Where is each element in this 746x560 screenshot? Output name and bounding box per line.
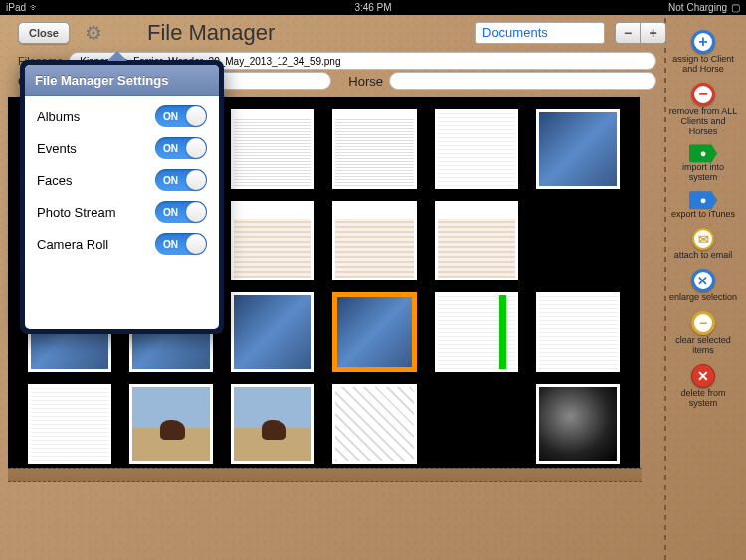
assign-label: assign to Client and Horse bbox=[667, 55, 739, 75]
horse-label: Horse bbox=[337, 74, 383, 89]
toggle-albums[interactable]: ON bbox=[155, 105, 207, 127]
setting-row-cameraroll: Camera Roll ON bbox=[25, 228, 219, 260]
leather-strip bbox=[8, 468, 642, 482]
assign-action[interactable]: + assign to Client and Horse bbox=[667, 30, 739, 75]
remove-action[interactable]: − remove from ALL Clients and Horses bbox=[667, 83, 739, 137]
delete-icon: ✕ bbox=[691, 364, 715, 388]
setting-label: Events bbox=[37, 141, 77, 156]
battery-icon: ▢ bbox=[731, 2, 740, 13]
close-button[interactable]: Close bbox=[18, 22, 70, 44]
zoom-out-button[interactable]: − bbox=[615, 22, 641, 44]
setting-label: Photo Stream bbox=[37, 205, 116, 220]
thumbnail[interactable] bbox=[536, 109, 620, 189]
status-bar: iPad ᯤ 3:46 PM Not Charging ▢ bbox=[0, 0, 746, 15]
top-toolbar: Close ⚙ File Manager Documents − + bbox=[18, 18, 666, 48]
thumbnail[interactable] bbox=[129, 384, 213, 464]
clear-action[interactable]: − clear selected items bbox=[667, 311, 739, 356]
export-label: export to iTunes bbox=[671, 210, 735, 220]
clear-label: clear selected items bbox=[667, 336, 739, 356]
popover-body: Albums ON Events ON Faces ON Photo Strea… bbox=[25, 96, 219, 329]
toggle-photostream[interactable]: ON bbox=[155, 201, 207, 223]
action-panel: + assign to Client and Horse − remove fr… bbox=[666, 30, 740, 408]
thumbnail-selected[interactable] bbox=[332, 292, 416, 372]
thumbnail[interactable] bbox=[231, 292, 314, 372]
thumbnail[interactable] bbox=[231, 109, 314, 189]
thumbnail[interactable] bbox=[536, 384, 620, 464]
delete-label: delete from system bbox=[667, 389, 739, 409]
export-tag-icon: ● bbox=[689, 191, 717, 209]
category-dropdown[interactable]: Documents bbox=[475, 22, 605, 44]
thumbnail[interactable] bbox=[332, 109, 416, 189]
setting-row-albums: Albums ON bbox=[25, 100, 219, 132]
thumbnail[interactable] bbox=[332, 201, 416, 280]
setting-label: Faces bbox=[37, 173, 72, 188]
carrier-label: iPad bbox=[6, 2, 26, 13]
setting-label: Camera Roll bbox=[37, 237, 108, 252]
enlarge-action[interactable]: ✕ enlarge selection bbox=[669, 269, 737, 303]
zoom-in-button[interactable]: + bbox=[641, 22, 666, 44]
toggle-events[interactable]: ON bbox=[155, 137, 207, 159]
remove-label: remove from ALL Clients and Horses bbox=[667, 107, 739, 137]
wifi-icon: ᯤ bbox=[30, 2, 40, 13]
plus-circle-icon: + bbox=[691, 30, 715, 54]
page-title: File Manager bbox=[147, 20, 275, 46]
import-action[interactable]: ● import into system bbox=[667, 144, 739, 183]
thumbnail[interactable] bbox=[231, 384, 314, 464]
clear-icon: − bbox=[691, 311, 715, 335]
export-action[interactable]: ● export to iTunes bbox=[671, 191, 735, 220]
empty-slot bbox=[435, 384, 518, 464]
popover-title: File Manager Settings bbox=[25, 65, 219, 96]
setting-row-faces: Faces ON bbox=[25, 164, 219, 196]
toggle-cameraroll[interactable]: ON bbox=[155, 233, 207, 255]
thumbnail[interactable] bbox=[435, 201, 518, 280]
thumbnail[interactable] bbox=[536, 292, 620, 372]
settings-gear-icon[interactable]: ⚙ bbox=[80, 19, 107, 47]
toggle-faces[interactable]: ON bbox=[155, 169, 207, 191]
thumbnail[interactable] bbox=[231, 201, 314, 280]
envelope-icon: ✉ bbox=[692, 228, 714, 250]
attach-action[interactable]: ✉ attach to email bbox=[674, 228, 733, 261]
setting-label: Albums bbox=[37, 109, 80, 124]
horse-input[interactable] bbox=[389, 72, 656, 90]
battery-status: Not Charging bbox=[668, 2, 727, 13]
attach-label: attach to email bbox=[674, 251, 733, 261]
import-label: import into system bbox=[667, 163, 739, 183]
thumbnail[interactable] bbox=[435, 292, 518, 372]
delete-action[interactable]: ✕ delete from system bbox=[667, 364, 739, 409]
setting-row-events: Events ON bbox=[25, 132, 219, 164]
enlarge-icon: ✕ bbox=[691, 269, 715, 292]
minus-circle-icon: − bbox=[691, 83, 715, 106]
thumbnail[interactable] bbox=[332, 384, 416, 464]
enlarge-label: enlarge selection bbox=[669, 293, 737, 303]
thumbnail[interactable] bbox=[28, 384, 111, 464]
setting-row-photostream: Photo Stream ON bbox=[25, 196, 219, 228]
empty-slot bbox=[536, 201, 620, 280]
status-time: 3:46 PM bbox=[354, 2, 391, 13]
settings-popover: File Manager Settings Albums ON Events O… bbox=[20, 60, 224, 334]
import-tag-icon: ● bbox=[689, 144, 717, 162]
thumbnail[interactable] bbox=[435, 109, 518, 189]
